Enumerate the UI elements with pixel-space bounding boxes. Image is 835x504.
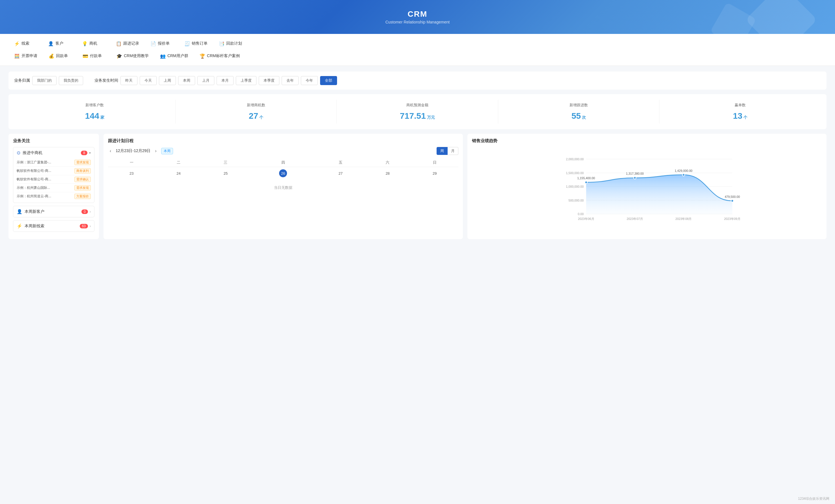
focus-header-right: 0 › bbox=[81, 209, 91, 214]
header-subtitle: Customer Relationship Management bbox=[385, 20, 450, 24]
time-buttons: 昨天今天上周本周上月本月上季度本季度去年今年全部 bbox=[120, 76, 337, 85]
stat-value: 717.51万元 bbox=[342, 111, 492, 121]
time-btn-今年[interactable]: 今年 bbox=[301, 76, 318, 85]
cal-date-28[interactable]: 28 bbox=[364, 167, 411, 180]
focus-row-company: 示例：浙江广厦集团-... bbox=[17, 160, 51, 165]
chart-section: 销售业绩趋势 2,000,000.001,500,000.001,000,000… bbox=[467, 134, 827, 239]
time-btn-今天[interactable]: 今天 bbox=[140, 76, 157, 85]
nav-item-quotation[interactable]: 📄报价单 bbox=[145, 38, 179, 49]
chart-y-label-0: 2,000,000.00 bbox=[566, 158, 584, 161]
chart-point-label-0: 1,155,400.00 bbox=[577, 176, 595, 180]
nav-item-benchmark[interactable]: 🏆CRM标杆客户案例 bbox=[194, 51, 245, 61]
time-btn-昨天[interactable]: 昨天 bbox=[120, 76, 138, 85]
cal-week-view-btn[interactable]: 周 bbox=[436, 147, 448, 155]
stat-unit: 万元 bbox=[427, 115, 435, 120]
nav-row-2: 🧮开票申请💰回款单💳付款单🎓CRM使用教学👥CRM用户群🏆CRM标杆客户案例 bbox=[8, 51, 827, 61]
chart-y-label-3: 500,000.00 bbox=[568, 199, 584, 202]
focus-header-new_leads[interactable]: ⚡ 本周新线索 63 › bbox=[13, 220, 94, 231]
chart-y-label-4: 0.00 bbox=[578, 212, 584, 216]
stat-item-新增客户数: 新增客户数 144家 bbox=[14, 100, 176, 124]
benchmark-icon: 🏆 bbox=[200, 53, 205, 59]
time-btn-上季度[interactable]: 上季度 bbox=[236, 76, 257, 85]
user_group-icon: 👥 bbox=[160, 53, 166, 59]
nav-item-followup[interactable]: 📋跟进记录 bbox=[110, 38, 145, 49]
focus-rows-opportunities_push: 示例：浙江广厦集团-...需求发现帆软软件有限公司-商...商务谈判帆软软件有限… bbox=[13, 158, 94, 203]
stat-label: 新增客户数 bbox=[20, 103, 170, 108]
chart-x-label-3: 2023年09月 bbox=[724, 217, 740, 220]
nav-item-refund[interactable]: 💰回款单 bbox=[43, 51, 77, 61]
ownership-buttons: 我部门的我负责的 bbox=[32, 76, 83, 85]
nav-item-user_group[interactable]: 👥CRM用户群 bbox=[155, 51, 194, 61]
stat-value: 27个 bbox=[181, 111, 331, 121]
nav-item-payment_plan[interactable]: 📑回款计划 bbox=[213, 38, 248, 49]
ownership-btn-我负责的[interactable]: 我负责的 bbox=[59, 76, 83, 85]
cal-day-四: 四 bbox=[249, 158, 317, 167]
focus-title-new_leads: 本周新线索 bbox=[25, 224, 44, 229]
benchmark-label: CRM标杆客户案例 bbox=[207, 54, 240, 59]
cal-date-range: 12月23日-12月29日 bbox=[116, 148, 150, 153]
bottom-section: 业务关注 ⊙ 推进中商机 8 ▾ 示例：浙江广厦集团-...需求发现帆软软件有限… bbox=[8, 134, 827, 239]
stat-item-新增跟进数: 新增跟进数 55次 bbox=[498, 100, 660, 124]
focus-header-opportunities_push[interactable]: ⊙ 推进中商机 8 ▾ bbox=[13, 147, 94, 158]
stat-unit: 个 bbox=[744, 115, 747, 120]
cal-date-25[interactable]: 25 bbox=[202, 167, 249, 180]
time-btn-去年[interactable]: 去年 bbox=[282, 76, 299, 85]
time-btn-本季度[interactable]: 本季度 bbox=[259, 76, 279, 85]
focus-row[interactable]: 示例：浙江广厦集团-...需求发现 bbox=[17, 158, 91, 167]
focus-row[interactable]: 帆软软件有限公司-商...需求确认 bbox=[17, 175, 91, 184]
nav-item-opportunities[interactable]: 💡商机 bbox=[76, 38, 110, 49]
cal-month-view-btn[interactable]: 月 bbox=[448, 147, 459, 155]
followup-icon: 📋 bbox=[116, 41, 122, 46]
time-btn-上月[interactable]: 上月 bbox=[197, 76, 214, 85]
nav-item-leads[interactable]: ⚡线索 bbox=[8, 38, 42, 49]
chart-y-label-2: 1,000,000.00 bbox=[566, 185, 584, 188]
cal-date-23[interactable]: 23 bbox=[108, 167, 155, 180]
cal-date-26[interactable]: 26 bbox=[249, 167, 317, 180]
leads-icon: ⚡ bbox=[14, 41, 20, 46]
calendar-title: 跟进计划日程 bbox=[108, 138, 459, 144]
focus-row-tag: 需求发现 bbox=[74, 160, 91, 165]
focus-row[interactable]: 示例：杭州萧山国际...需求发现 bbox=[17, 184, 91, 192]
opportunities-label: 商机 bbox=[89, 41, 97, 46]
cal-grid: 一二三四五六日23242526272829 bbox=[108, 158, 459, 180]
cal-date-24[interactable]: 24 bbox=[155, 167, 202, 180]
stat-value: 55次 bbox=[504, 111, 654, 121]
cal-view-buttons: 周 月 bbox=[436, 147, 459, 155]
stat-item-商机预测金额: 商机预测金额 717.51万元 bbox=[337, 100, 498, 124]
stat-label: 赢单数 bbox=[665, 103, 815, 108]
nav-item-sales_order[interactable]: 🧾销售订单 bbox=[179, 38, 213, 49]
time-btn-全部[interactable]: 全部 bbox=[320, 76, 337, 85]
focus-header-new_customers[interactable]: 👤 本周新客户 0 › bbox=[13, 206, 94, 217]
tutorial-label: CRM使用教学 bbox=[124, 54, 149, 59]
ownership-btn-我部门的[interactable]: 我部门的 bbox=[32, 76, 57, 85]
time-btn-上周[interactable]: 上周 bbox=[159, 76, 176, 85]
nav-item-invoice[interactable]: 🧮开票申请 bbox=[8, 51, 43, 61]
focus-row[interactable]: 示例：杭州简道云-商...方案报价 bbox=[17, 192, 91, 201]
focus-header-left: 👤 本周新客户 bbox=[17, 209, 44, 214]
chart-x-label-2: 2023年08月 bbox=[675, 217, 692, 220]
stat-label: 商机预测金额 bbox=[342, 103, 492, 108]
cal-prev-btn[interactable]: ‹ bbox=[108, 148, 113, 154]
focus-item-opportunities_push: ⊙ 推进中商机 8 ▾ 示例：浙江广厦集团-...需求发现帆软软件有限公司-商.… bbox=[13, 147, 95, 203]
cal-next-btn[interactable]: › bbox=[153, 148, 158, 154]
nav-item-tutorial[interactable]: 🎓CRM使用教学 bbox=[111, 51, 155, 61]
cal-date-29[interactable]: 29 bbox=[411, 167, 458, 180]
nav-item-customers[interactable]: 👤客户 bbox=[42, 38, 76, 49]
stat-unit: 家 bbox=[100, 115, 104, 120]
nav-bar: ⚡线索👤客户💡商机📋跟进记录📄报价单🧾销售订单📑回款计划 🧮开票申请💰回款单💳付… bbox=[0, 34, 835, 66]
focus-row[interactable]: 帆软软件有限公司-商...商务谈判 bbox=[17, 167, 91, 175]
chart-point-2 bbox=[682, 173, 685, 176]
focus-row-tag: 需求确认 bbox=[74, 177, 91, 182]
focus-row-company: 帆软软件有限公司-商... bbox=[17, 177, 51, 182]
user_group-label: CRM用户群 bbox=[167, 54, 188, 59]
time-btn-本月[interactable]: 本月 bbox=[217, 76, 233, 85]
stat-label: 新增跟进数 bbox=[504, 103, 654, 108]
nav-item-payment[interactable]: 💳付款单 bbox=[77, 51, 111, 61]
focus-row-tag: 需求发现 bbox=[74, 185, 91, 190]
cal-day-日: 日 bbox=[411, 158, 458, 167]
payment-icon: 💳 bbox=[83, 53, 88, 59]
stat-item-新增商机数: 新增商机数 27个 bbox=[176, 100, 337, 124]
cal-date-27[interactable]: 27 bbox=[317, 167, 364, 180]
payment-label: 付款单 bbox=[90, 54, 102, 59]
time-btn-本周[interactable]: 本周 bbox=[178, 76, 195, 85]
